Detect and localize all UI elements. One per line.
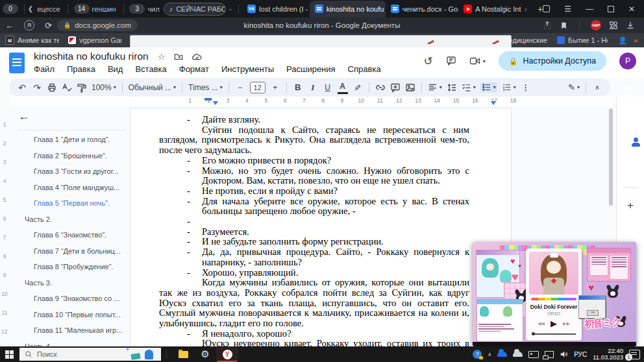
minimize-button[interactable]: — [586, 5, 593, 14]
tab-scroll-left-icon[interactable]: ❮ [28, 5, 33, 12]
outline-item[interactable]: Глава 2 “Брошенные”. [18, 152, 125, 160]
pip-video-player[interactable]: ♥ ♥ ♥ Doki Doki Forever OR3O ◀◀ ▶ ▶ [473, 242, 636, 346]
tab-group-1-count[interactable]: 14 [74, 4, 90, 14]
network-icon[interactable] [545, 351, 554, 358]
collections-icon[interactable] [609, 21, 618, 30]
url-pill[interactable]: 🔒 docs.google.com [57, 19, 138, 31]
move-folder-icon[interactable] [174, 52, 183, 61]
now-playing-pill[interactable]: ♪ СЕЙЧАС РАБОТ [164, 3, 226, 16]
tab-group-2-label[interactable]: чил [147, 5, 159, 13]
outline-item[interactable]: Глава 6 “Знакомство”. [18, 231, 125, 239]
yandex-browser-button[interactable]: Y [216, 346, 238, 362]
outline-item-active[interactable]: Глава 5 “Первая ночь”. [18, 199, 125, 207]
font-size-input[interactable]: 12 [250, 82, 266, 93]
document-text[interactable]: Дайте взгляну. Суйгин подошла к Сайто, с… [130, 108, 511, 346]
outline-item[interactable]: Глава 9 “Знакомство со ... [18, 295, 125, 302]
menu-tools[interactable]: Инструменты [221, 64, 274, 74]
collapse-toolbar-button[interactable]: ∧ [592, 82, 602, 93]
paint-format-button[interactable] [77, 82, 87, 93]
decrease-font-button[interactable]: − [235, 82, 245, 93]
seek-slider[interactable] [532, 333, 576, 335]
line-spacing-button[interactable] [447, 82, 457, 93]
bookmark-item[interactable]: Бытие 1 - Новы [557, 36, 608, 44]
bulleted-list-button[interactable]: ▾ [480, 82, 497, 92]
taskbar-search[interactable]: Поиск ✦ [19, 348, 161, 361]
increase-font-button[interactable]: + [270, 82, 280, 93]
numbered-list-button[interactable]: ▾ [502, 82, 516, 92]
font-select[interactable]: Times ...▾ [188, 83, 223, 92]
tab-youtube[interactable]: A Nostalgic Int ♪ ✕ [458, 1, 530, 18]
outline-item[interactable]: Глава 10 “Первые попыт... [18, 311, 125, 319]
outline-item[interactable]: Глава 3 “Гости из другог... [18, 167, 125, 175]
tab-group-counter[interactable]: 0 [3, 4, 18, 14]
menu-edit[interactable]: Правка [67, 64, 95, 74]
onedrive-icon[interactable] [497, 352, 507, 357]
new-tab-button[interactable]: + [538, 4, 543, 14]
first-line-indent-marker[interactable] [213, 101, 218, 105]
menu-format[interactable]: Формат [179, 64, 209, 74]
bookmarks-overflow-icon[interactable]: » [634, 36, 638, 44]
chevron-down-icon[interactable]: ⌄ [229, 6, 233, 12]
spellcheck-button[interactable] [62, 82, 72, 93]
bookmark-item[interactable]: vgperson Games [68, 36, 121, 44]
right-indent-marker[interactable] [491, 101, 496, 105]
document-page[interactable]: Дайте взгляну. Суйгин подошла к Сайто, с… [130, 108, 512, 346]
menu-extensions[interactable]: Расширения [286, 64, 336, 74]
vertical-scrollbar[interactable] [609, 108, 613, 206]
paragraph-style-select[interactable]: Обычный ...▾ [129, 83, 176, 92]
bold-button[interactable]: B [293, 82, 303, 93]
menu-insert[interactable]: Вставка [135, 64, 166, 74]
tab-panels-icon[interactable] [543, 5, 550, 12]
adblock-extension-icon[interactable]: ABP [591, 20, 601, 30]
outline-item[interactable]: Часть 2. [18, 215, 125, 223]
comments-icon[interactable] [446, 56, 456, 66]
restore-button[interactable] [608, 6, 614, 12]
tab-vk[interactable]: VK lost children (I - V) [242, 1, 310, 18]
tab-docx[interactable]: ченить.docx - Googl [386, 1, 459, 18]
reload-icon[interactable]: ⟳ [45, 21, 52, 30]
print-button[interactable] [47, 82, 57, 93]
help-tray-icon[interactable]: ? [473, 350, 482, 359]
bookmark-item[interactable]: idАниме как театр [5, 36, 59, 45]
star-icon[interactable]: ☆ [158, 52, 166, 62]
bookmark-item[interactable]: ブログ｜つれづれ [371, 36, 418, 45]
insert-image-button[interactable] [405, 82, 415, 93]
outline-item[interactable]: Глава 4 “Поле манджуш... [18, 184, 125, 191]
menu-file[interactable]: Файл [34, 64, 55, 74]
document-title[interactable]: kinoshita no koufuku riron [34, 51, 149, 62]
next-track-button[interactable]: ▶▶ [563, 321, 570, 326]
italic-button[interactable]: I [308, 82, 318, 93]
text-color-button[interactable]: A [338, 80, 348, 94]
add-addon-button[interactable]: + [627, 199, 634, 212]
outline-item[interactable]: Глава 1 “Дети и голод”. [18, 136, 125, 143]
outline-item[interactable]: Часть 3. [18, 279, 125, 287]
profile-icon[interactable]: Я [24, 20, 34, 30]
back-icon[interactable]: ← [5, 21, 14, 30]
tray-expand-icon[interactable]: ∧ [488, 352, 491, 357]
bookmark-flag-icon[interactable] [560, 21, 568, 30]
zoom-select[interactable]: 100%▾ [92, 83, 116, 92]
download-icon[interactable] [626, 21, 635, 30]
add-comment-button[interactable] [390, 82, 401, 93]
more-options-button[interactable]: ⋮ [521, 82, 531, 93]
settings-button[interactable]: ⚙ [194, 346, 216, 362]
clock[interactable]: 22:40 11.03.2023 [593, 348, 623, 361]
checklist-button[interactable]: ▾ [462, 82, 476, 92]
undo-button[interactable]: ↶ [17, 82, 27, 93]
meet-button[interactable]: ▾ [469, 56, 486, 66]
tab-group-0-label[interactable]: ецессе [37, 5, 60, 13]
cloud-status-icon[interactable] [192, 53, 202, 61]
google-docs-logo[interactable] [9, 53, 25, 73]
close-window-button[interactable]: ✕ [628, 5, 635, 14]
menu-help[interactable]: Справка [348, 64, 381, 74]
tab-kinoshita-active[interactable]: kinoshita no koufu ✕ [310, 1, 386, 18]
align-button[interactable]: ▾ [428, 82, 442, 92]
profile-avatar-icon[interactable]: 👤 [618, 36, 627, 45]
cloud-icon[interactable] [513, 352, 523, 357]
close-outline-icon[interactable]: ← [18, 110, 30, 123]
file-explorer-button[interactable] [172, 346, 194, 362]
share-icon[interactable] [543, 21, 552, 30]
outline-item[interactable]: Глава 8 “Пробуждение”. [18, 263, 125, 271]
redo-button[interactable]: ↷ [32, 82, 42, 93]
language-indicator[interactable]: РУС [574, 351, 587, 358]
